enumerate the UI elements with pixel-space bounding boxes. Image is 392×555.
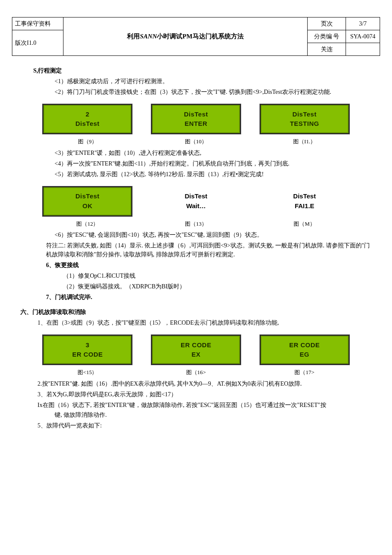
header-page-value: 3/7: [346, 17, 380, 30]
section-s-step4: <4）再一次按"ENTER"键.如图<11）,开始行程测定。门机系统自动开门到底…: [55, 159, 372, 168]
lcd-line: ER CODE: [181, 340, 211, 350]
lcd-row-1: 2 DisTest 图（9） DisTest ENTER 图（10） DisTe…: [37, 104, 355, 146]
header-classno-label: 分类编 号: [308, 30, 346, 43]
lcd-fig16: ER CODE EX: [151, 335, 241, 365]
lcd-figM-col: DisTest FAI1.E 图（M）: [260, 186, 349, 228]
section-s-note: 符注二: 若测试失败, 如图（14）显示. 依上述步骤（6）,可洱回到图<9>状…: [46, 241, 372, 259]
section-6-step4b: 键, 做故障消除动作.: [55, 410, 372, 419]
section-s-title: S,行程测定: [33, 66, 372, 75]
lcd-fig9-col: 2 DisTest 图（9）: [43, 104, 132, 146]
section-6-step2: 2.按"ENTER"健. 如图（16）.图中的EX表示故障代码, 其中X为0—9…: [37, 379, 372, 388]
header-page-label: 页次: [308, 17, 346, 30]
section-s-step6: <6）按"ESC"键, 会退回到图<10）状态, 再按一次"ESC"键, 退回到…: [55, 230, 372, 239]
lcd-fig11-col: DisTest TESTING 图（I1.）: [260, 104, 349, 146]
lcd-caption: 图（17>: [294, 368, 314, 377]
lcd-line: DisTest: [292, 110, 317, 119]
document-title: 利用SANN小时调试PM马达门机系统方法: [63, 17, 308, 56]
section-s-6-2: （2）恢更编码器接戏。（XDRPCB为BI版时）: [63, 282, 372, 291]
lcd-fig13: DisTest Wait…: [151, 186, 241, 216]
lcd-fig11: DisTest TESTING: [260, 104, 349, 134]
section-6-step1: 1、在图（3>或图（9）状态，按"I"键至图（15》，ERCODE去示门机故障码…: [37, 318, 372, 327]
section-s-6-title: 6、恢更接线: [46, 261, 372, 270]
section-s-6-1: （1）修复OpC1.和CUT接线: [63, 271, 372, 280]
title-post: 小时调试PM马达门机系统方法: [157, 33, 243, 40]
lcd-line: ER CODE: [72, 350, 103, 360]
lcd-line: EG: [300, 350, 309, 360]
lcd-fig17: ER CODE EG: [260, 335, 349, 365]
lcd-fig12: DisTest OK: [43, 186, 132, 216]
lcd-line: ER CODE: [289, 340, 320, 350]
lcd-line: DisTest: [184, 110, 208, 119]
title-ital: SANN: [140, 33, 157, 40]
lcd-line: OK: [83, 201, 93, 211]
lcd-line: Wait…: [186, 201, 206, 211]
lcd-caption: 图（13）: [185, 220, 207, 228]
header-left-1: 工事保守资料: [12, 17, 63, 30]
header-rel-label: 关连: [308, 43, 346, 56]
document-body: S,行程测定 <1）感极测定成功后，才可进行行程测泄。 <2）将门刀与门机皮带连…: [12, 66, 380, 430]
section-s-step1: <1）感极测定成功后，才可进行行程测泄。: [55, 77, 372, 86]
lcd-line: EX: [191, 350, 200, 360]
lcd-caption: 图（12）: [76, 220, 98, 228]
lcd-row-3: 3 ER CODE 图<15） ER CODE EX 图（16> ER CODE…: [37, 335, 355, 377]
lcd-figM: DisTest FAI1.E: [260, 186, 349, 216]
lcd-line: DisTest: [184, 192, 207, 201]
section-6-step4a: Ix在图（16）状态下, 若按"ENTER"键，做故隙清除动作, 若按"ESC"…: [37, 401, 372, 410]
lcd-caption: 图（16>: [186, 368, 206, 377]
lcd-fig9: 2 DisTest: [43, 104, 132, 134]
lcd-line: ENTER: [184, 119, 207, 129]
header-classno-value: SYA-0074: [346, 30, 380, 43]
lcd-caption: 图<15）: [78, 368, 97, 377]
section-s-step3: <3）按"ENTER"谖，如图（10）,进入行程测定准备状态,: [55, 148, 372, 157]
lcd-fig10: DisTest ENTER: [151, 104, 241, 134]
lcd-line: TESTING: [290, 119, 319, 129]
section-s-step2: <2）将门刀与门机皮带连接钱史；在图（3）状态下，按一次"I"键. 切换到图<9…: [55, 87, 372, 96]
section-s-step5: <5）若测试成功, 显示图（12>状态. 等待约12秒后. 显示图（13）,行程…: [55, 170, 372, 179]
section-6-title: 六、门机故障读取和消除: [20, 308, 372, 317]
title-pre: 利用: [127, 33, 140, 40]
section-6-step3: 3、若X为G,即故障代码是EG,表示无故障，如图<17）: [37, 390, 372, 399]
lcd-line: DisTest: [75, 192, 100, 201]
lcd-fig15-col: 3 ER CODE 图<15）: [43, 335, 132, 377]
header-rel-value: [346, 43, 380, 56]
lcd-line: 3: [86, 340, 89, 350]
document-header-table: 工事保守资料 利用SANN小时调试PM马达门机系统方法 页次 3/7 版次I1.…: [12, 17, 380, 56]
lcd-fig10-col: DisTest ENTER 图（10）: [151, 104, 241, 146]
lcd-fig17-col: ER CODE EG 图（17>: [260, 335, 349, 377]
lcd-fig16-col: ER CODE EX 图（16>: [151, 335, 241, 377]
section-s-7: 7、门机调试完毕.: [46, 293, 372, 302]
lcd-line: DisTest: [75, 119, 100, 129]
lcd-caption: 图（10）: [185, 137, 207, 146]
lcd-line: 2: [86, 110, 89, 119]
header-left-2: 版次I1.0: [12, 30, 63, 56]
lcd-row-2: DisTest OK 图（12） DisTest Wait… 图（13） Dis…: [37, 186, 355, 228]
lcd-caption: 图（I1.）: [293, 137, 316, 146]
lcd-caption: 图（M）: [294, 220, 315, 228]
lcd-line: FAI1.E: [295, 201, 314, 211]
lcd-fig13-col: DisTest Wait… 图（13）: [151, 186, 241, 228]
lcd-line: DisTest: [293, 192, 316, 201]
section-6-step5: 5、故障代码一览表如下:: [37, 421, 372, 430]
lcd-caption: 图（9）: [78, 137, 98, 146]
lcd-fig15: 3 ER CODE: [43, 335, 132, 365]
lcd-fig12-col: DisTest OK 图（12）: [43, 186, 132, 228]
